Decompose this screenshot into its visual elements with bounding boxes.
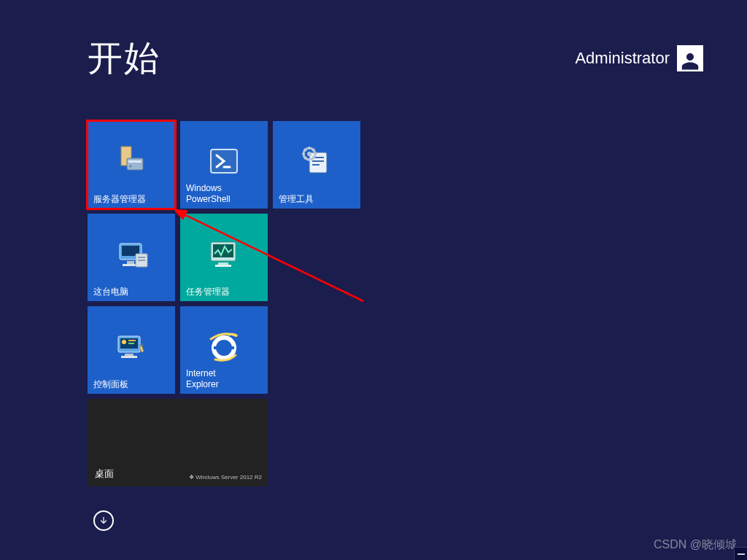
tile-label: 任务管理器 [186,287,230,297]
this-pc-icon [114,236,149,271]
svg-rect-17 [138,257,145,258]
all-apps-button[interactable] [93,510,114,531]
svg-rect-21 [218,262,228,265]
svg-rect-1 [127,158,143,170]
svg-rect-27 [128,343,134,344]
windows-server-watermark: ❖ Windows Server 2012 R2 [189,474,262,481]
svg-point-3 [130,166,132,168]
tile-internet-explorer[interactable]: Internet Explorer [180,306,268,394]
tile-label: 这台电脑 [93,287,128,297]
svg-rect-2 [128,160,142,163]
svg-rect-28 [125,354,133,356]
tile-this-pc[interactable]: 这台电脑 [88,214,175,301]
powershell-icon [206,144,241,179]
minimize-icon [738,553,745,555]
svg-rect-8 [312,160,324,162]
svg-rect-29 [121,356,137,358]
start-title: 开始 [88,35,160,82]
svg-point-25 [122,340,126,344]
tiles-grid: 服务器管理器 Windows PowerShell 管理工具 这台电脑 任务管理… [88,121,360,486]
admin-tools-icon [299,144,334,179]
svg-rect-22 [215,265,231,267]
tile-task-manager[interactable]: 任务管理器 [180,214,268,301]
username-label: Administrator [575,49,670,68]
tile-server-manager[interactable]: 服务器管理器 [88,121,175,209]
ie-icon [206,329,241,364]
arrow-down-icon [98,516,109,526]
tile-powershell[interactable]: Windows PowerShell [180,121,268,209]
user-account[interactable]: Administrator [575,45,703,71]
csdn-watermark: CSDN @晓倾城 [654,537,737,553]
server-manager-icon [114,144,149,179]
svg-rect-9 [312,164,320,166]
control-panel-icon [114,329,149,364]
svg-rect-18 [138,260,145,261]
svg-rect-6 [309,152,327,173]
tile-label: 控制面板 [93,379,128,389]
svg-rect-14 [127,261,134,264]
svg-point-30 [140,343,143,346]
task-manager-icon [206,236,241,271]
tile-label: 服务器管理器 [93,194,146,204]
user-avatar-icon [677,45,703,71]
tile-desktop[interactable]: 桌面 ❖ Windows Server 2012 R2 [88,399,268,486]
tile-label: Internet Explorer [186,368,219,389]
svg-rect-26 [128,340,136,341]
tile-label: 桌面 [95,467,114,481]
svg-point-11 [307,152,311,156]
tile-admin-tools[interactable]: 管理工具 [273,121,360,209]
tile-label: 管理工具 [279,194,314,204]
tile-label: Windows PowerShell [186,183,231,204]
tile-control-panel[interactable]: 控制面板 [88,306,175,394]
show-desktop-corner[interactable] [734,547,747,560]
